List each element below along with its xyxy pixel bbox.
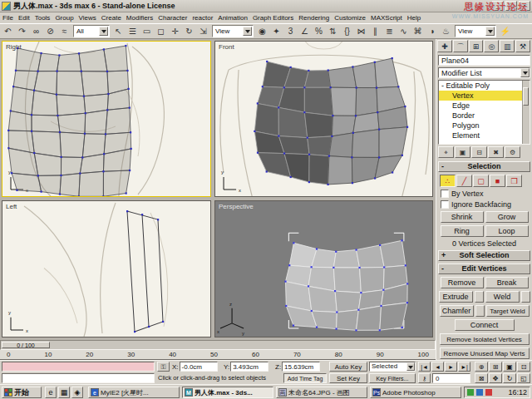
menu-item[interactable]: Rendering: [296, 12, 332, 23]
remove-unused-map-verts-button[interactable]: Remove Unused Map Verts: [440, 347, 530, 359]
chamfer-button[interactable]: Chamfer: [440, 305, 474, 317]
zoom-all-icon[interactable]: ⊞: [489, 362, 502, 372]
stack-item-vertex[interactable]: Vertex: [439, 91, 530, 101]
viewport-right[interactable]: xy Right: [2, 41, 211, 197]
menu-item[interactable]: Customize: [332, 12, 368, 23]
stack-item-edge[interactable]: Edge: [439, 101, 530, 111]
menu-item[interactable]: Modifiers: [124, 12, 155, 23]
soft-selection-rollout-header[interactable]: + Soft Selection: [438, 250, 530, 261]
tab-create[interactable]: ✚: [437, 40, 452, 52]
spinner-snap-icon[interactable]: ⇅: [326, 25, 340, 38]
zoom-extents-icon[interactable]: ▣: [503, 362, 516, 372]
collapse-icon[interactable]: -: [441, 162, 444, 171]
ring-button[interactable]: Ring: [441, 225, 484, 237]
selection-rollout-header[interactable]: - Selection: [438, 161, 530, 172]
tab-utilities[interactable]: ⚒: [515, 40, 530, 52]
shrink-button[interactable]: Shrink: [441, 211, 484, 223]
border-mode-button[interactable]: ▢: [473, 175, 489, 187]
percent-snap-icon[interactable]: %: [312, 25, 326, 38]
prev-frame-button[interactable]: ◄: [431, 362, 444, 372]
chamfer-settings-button[interactable]: [475, 305, 485, 317]
region-rect-icon[interactable]: ▭: [140, 25, 154, 38]
manipulate-icon[interactable]: ✦: [269, 25, 283, 38]
stack-item-editable-poly[interactable]: - Editable Poly: [439, 81, 530, 91]
show-end-result-icon[interactable]: ▣: [455, 146, 470, 158]
render-scene-icon[interactable]: ♨: [439, 25, 453, 38]
element-mode-button[interactable]: ❒: [506, 175, 522, 187]
pivot-center-icon[interactable]: ◉: [255, 25, 269, 38]
task-paint[interactable]: 画 未命名64.JPG - 画图: [276, 387, 367, 398]
arc-rotate-icon[interactable]: ↻: [503, 373, 516, 383]
chevron-down-icon[interactable]: [520, 68, 530, 77]
zoom-region-icon[interactable]: ⊠: [475, 373, 488, 383]
weld-button[interactable]: Weld: [485, 291, 520, 303]
current-frame-field[interactable]: 0: [432, 373, 470, 383]
auto-key-button[interactable]: Auto Key: [329, 362, 367, 372]
ignore-backfacing-checkbox[interactable]: [441, 200, 449, 209]
material-editor-icon[interactable]: ◑: [425, 25, 439, 38]
remove-isolated-vertices-button[interactable]: Remove Isolated Vertices: [440, 333, 530, 345]
time-slider[interactable]: 0 / 100: [2, 342, 50, 348]
menu-item[interactable]: Create: [99, 12, 124, 23]
y-coordinate-field[interactable]: 3.493cm: [230, 362, 268, 372]
tab-motion[interactable]: ◎: [484, 40, 499, 52]
mirror-icon[interactable]: ⋈: [354, 25, 368, 38]
configure-stack-icon[interactable]: ⚙: [505, 146, 520, 158]
menu-item[interactable]: File: [0, 12, 16, 23]
tray-network-icon[interactable]: [467, 389, 474, 396]
stack-item-element[interactable]: Element: [439, 131, 530, 140]
selection-filter-dropdown[interactable]: All: [73, 25, 110, 37]
menu-item[interactable]: MAXScript: [368, 12, 405, 23]
menu-item[interactable]: Views: [76, 12, 99, 23]
bind-spacewarp-icon[interactable]: ≈: [57, 25, 71, 38]
select-icon[interactable]: ↖: [111, 25, 126, 38]
go-start-button[interactable]: |◄: [418, 362, 431, 372]
rotate-icon[interactable]: ↻: [182, 25, 196, 38]
key-selection-dropdown[interactable]: Selected: [369, 362, 416, 372]
stack-item-polygon[interactable]: Polygon: [439, 121, 530, 131]
zoom-icon[interactable]: ⊕: [475, 362, 488, 372]
coord-system-dropdown[interactable]: View: [212, 25, 254, 37]
by-vertex-checkbox[interactable]: [441, 190, 449, 198]
tray-ime-icon[interactable]: [476, 389, 483, 396]
pan-icon[interactable]: ✥: [489, 373, 502, 383]
media-player-icon[interactable]: ◈: [71, 387, 83, 398]
window-crossing-icon[interactable]: ◻: [154, 25, 168, 38]
play-button[interactable]: ►: [445, 362, 457, 372]
menu-item[interactable]: Animation: [215, 12, 250, 23]
make-unique-icon[interactable]: ⊟: [471, 146, 487, 158]
render-type-dropdown[interactable]: View: [455, 25, 496, 37]
maxscript-mini-listener-white[interactable]: [2, 373, 155, 383]
viewport-left[interactable]: xy Left: [2, 200, 211, 337]
min-max-toggle-icon[interactable]: ◱: [517, 373, 530, 383]
schematic-view-icon[interactable]: ⌘: [411, 25, 425, 38]
edit-vertices-rollout-header[interactable]: - Edit Vertices: [438, 264, 530, 274]
vertex-mode-button[interactable]: ∴: [440, 175, 456, 187]
stack-scrollbar[interactable]: [522, 81, 530, 144]
break-button[interactable]: Break: [485, 277, 529, 288]
menu-item[interactable]: Group: [52, 12, 76, 23]
target-weld-button[interactable]: Target Weld: [486, 305, 530, 317]
collapse-icon[interactable]: -: [441, 264, 444, 273]
task-photoshop[interactable]: Ps Adobe Photoshop: [370, 387, 461, 398]
show-desktop-icon[interactable]: ▦: [58, 387, 70, 398]
named-sets-icon[interactable]: {}: [340, 25, 354, 38]
menu-item[interactable]: Edit: [16, 12, 32, 23]
angle-snap-icon[interactable]: ∠: [298, 25, 312, 38]
curve-editor-icon[interactable]: ∿: [397, 25, 411, 38]
stack-expand-toggle[interactable]: -: [441, 81, 444, 90]
viewport-label[interactable]: Right: [6, 43, 22, 51]
menu-item[interactable]: Graph Editors: [250, 12, 296, 23]
polygon-mode-button[interactable]: ■: [490, 175, 505, 187]
tab-modify[interactable]: ⌒: [453, 40, 468, 52]
weld-settings-button[interactable]: [521, 291, 530, 303]
tray-volume-icon[interactable]: [485, 389, 492, 396]
snap-3d-icon[interactable]: 3: [283, 25, 298, 38]
key-mode-toggle[interactable]: ⚷: [418, 373, 431, 383]
ie-quicklaunch-icon[interactable]: e: [45, 387, 57, 398]
viewport-label[interactable]: Perspective: [219, 203, 254, 210]
viewport-label[interactable]: Left: [6, 203, 17, 210]
expand-icon[interactable]: +: [441, 251, 446, 260]
modifier-list-dropdown[interactable]: Modifier List: [438, 67, 530, 78]
extrude-settings-button[interactable]: [475, 291, 484, 303]
